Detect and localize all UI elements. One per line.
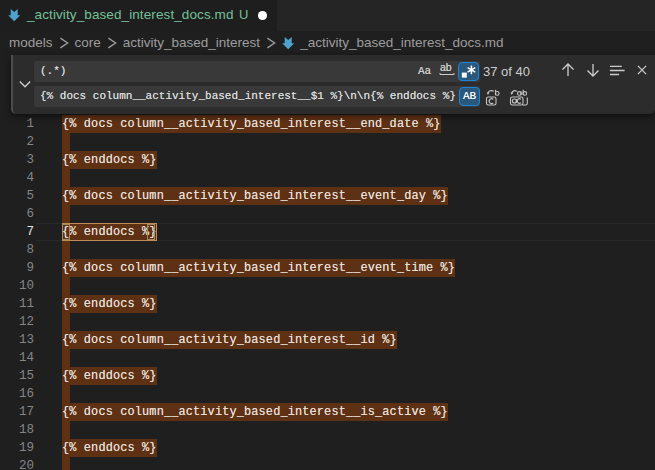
svg-text:ab: ab <box>440 62 452 73</box>
